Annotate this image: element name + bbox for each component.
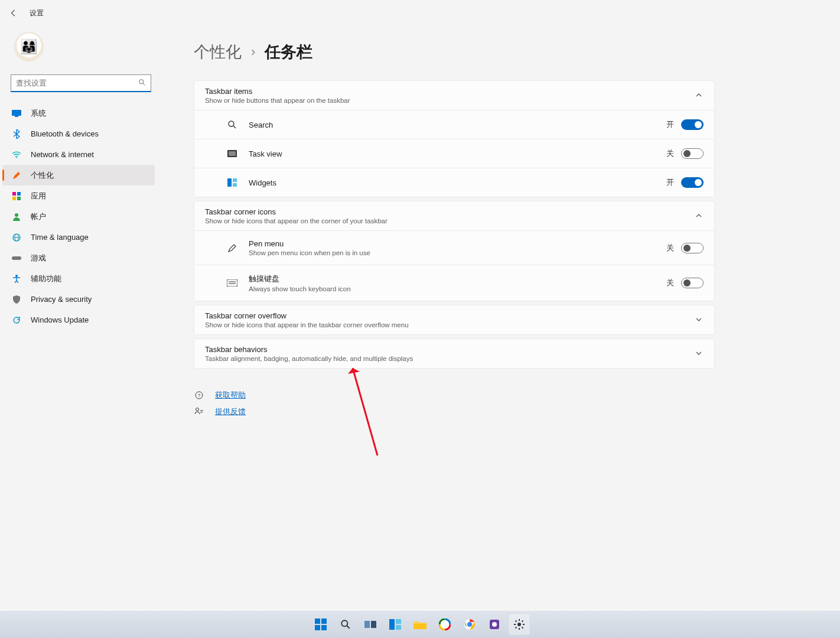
nav-list: 系统 Bluetooth & devices Network & interne… (0, 103, 177, 330)
svg-point-9 (15, 213, 18, 217)
widgets-icon (226, 177, 238, 188)
shield-icon (12, 295, 21, 304)
chevron-right-icon: › (251, 44, 255, 60)
toggle-state-label: 关 (666, 148, 674, 159)
arrow-left-icon (9, 9, 18, 17)
wifi-icon (12, 150, 21, 160)
taskbar-chrome[interactable] (458, 613, 481, 636)
sidebar-item-label: 游戏 (31, 253, 46, 263)
taskbar (0, 611, 840, 638)
sidebar-item-update[interactable]: Windows Update (2, 310, 155, 330)
svg-rect-20 (233, 178, 237, 182)
search-icon (138, 79, 146, 87)
avatar[interactable]: 👨‍👩‍👧 (14, 32, 44, 61)
bluetooth-icon (12, 129, 21, 139)
row-title: Pen menu (249, 239, 666, 248)
svg-text:?: ? (198, 393, 201, 398)
group-title: Taskbar corner overflow (205, 311, 695, 320)
chevron-up-icon (695, 92, 704, 100)
sidebar-item-time[interactable]: Time & language (2, 227, 155, 248)
toggle-state-label: 开 (666, 177, 674, 188)
svg-rect-19 (227, 178, 232, 187)
keyboard-icon (226, 277, 238, 289)
chevron-down-icon (695, 350, 704, 358)
sidebar-item-accessibility[interactable]: 辅助功能 (2, 268, 155, 289)
pen-icon (226, 242, 238, 254)
taskbar-settings[interactable] (508, 613, 530, 636)
svg-point-4 (16, 157, 17, 158)
sidebar-item-label: Privacy & security (31, 295, 92, 304)
sidebar-item-personalization[interactable]: 个性化 (2, 165, 155, 185)
svg-line-16 (233, 126, 236, 128)
toggle-state-label: 关 (666, 243, 674, 253)
row-taskview: Task view 关 (194, 139, 714, 168)
svg-rect-32 (315, 625, 320, 630)
svg-point-34 (341, 620, 347, 626)
breadcrumb-parent[interactable]: 个性化 (194, 41, 242, 63)
taskbar-app-2[interactable] (483, 613, 506, 636)
sidebar-item-privacy[interactable]: Privacy & security (2, 289, 155, 310)
group-sub: Show or hide buttons that appear on the … (205, 97, 695, 104)
header-title: 设置 (30, 8, 44, 18)
group-title: Taskbar behaviors (205, 345, 695, 354)
row-title: 触摸键盘 (249, 274, 666, 284)
toggle-pen-menu[interactable] (681, 243, 704, 253)
sidebar-item-accounts[interactable]: 帐户 (2, 206, 155, 227)
chevron-down-icon (695, 316, 704, 324)
breadcrumb: 个性化 › 任务栏 (194, 41, 715, 63)
svg-rect-22 (227, 279, 237, 287)
svg-rect-36 (364, 621, 370, 628)
update-icon (12, 315, 21, 325)
group-header-corner-icons[interactable]: Taskbar corner icons Show or hide icons … (194, 201, 714, 230)
search-wrap (11, 74, 151, 92)
group-sub: Show or hide icons that appear in the ta… (205, 321, 695, 328)
feedback-link[interactable]: 提供反馈 (215, 406, 246, 417)
group-header-behaviors[interactable]: Taskbar behaviors Taskbar alignment, bad… (194, 339, 714, 368)
svg-rect-21 (233, 183, 237, 187)
row-widgets: Widgets 开 (194, 168, 714, 197)
taskbar-search[interactable] (334, 613, 357, 636)
sidebar-item-apps[interactable]: 应用 (2, 185, 155, 206)
toggle-taskview[interactable] (681, 148, 704, 159)
help-link[interactable]: 获取帮助 (215, 390, 246, 401)
svg-rect-6 (17, 192, 21, 196)
svg-point-50 (492, 622, 497, 627)
help-link-row: ? 获取帮助 (194, 390, 715, 401)
svg-rect-30 (315, 619, 320, 624)
help-icon: ? (194, 390, 204, 401)
taskbar-taskview[interactable] (359, 613, 382, 636)
svg-rect-7 (12, 197, 16, 200)
group-header-overflow[interactable]: Taskbar corner overflow Show or hide ico… (194, 305, 714, 334)
apps-icon (12, 191, 21, 201)
taskbar-app-1[interactable] (434, 613, 456, 636)
sidebar-item-bluetooth[interactable]: Bluetooth & devices (2, 123, 155, 144)
group-title: Taskbar corner icons (205, 207, 695, 216)
accessibility-icon (12, 274, 21, 284)
toggle-widgets[interactable] (681, 177, 704, 188)
sidebar-item-gaming[interactable]: 游戏 (2, 248, 155, 268)
toggle-touch-keyboard[interactable] (681, 278, 704, 288)
taskview-icon (226, 148, 238, 160)
taskbar-start[interactable] (310, 613, 332, 636)
back-button[interactable] (8, 8, 19, 18)
sidebar: 👨‍👩‍👧 系统 Bluetooth & devices Network & i… (0, 26, 177, 638)
sidebar-item-label: 应用 (31, 191, 46, 201)
svg-rect-40 (396, 625, 401, 630)
row-title: Search (249, 121, 666, 129)
taskbar-widgets[interactable] (384, 613, 406, 636)
sidebar-item-system[interactable]: 系统 (2, 103, 155, 123)
taskbar-explorer[interactable] (409, 613, 431, 636)
svg-point-14 (15, 275, 18, 277)
person-icon (12, 212, 21, 222)
search-input[interactable] (11, 74, 151, 92)
sidebar-item-network[interactable]: Network & internet (2, 144, 155, 165)
group-title: Taskbar items (205, 87, 695, 96)
toggle-search[interactable] (681, 119, 704, 130)
group-sub: Show or hide icons that appear on the co… (205, 217, 695, 224)
svg-rect-41 (414, 624, 426, 629)
group-header-taskbar-items[interactable]: Taskbar items Show or hide buttons that … (194, 81, 714, 110)
row-sub: Show pen menu icon when pen is in use (249, 249, 666, 256)
svg-point-51 (517, 623, 521, 626)
group-taskbar-items: Taskbar items Show or hide buttons that … (194, 80, 715, 197)
gamepad-icon (12, 253, 21, 263)
